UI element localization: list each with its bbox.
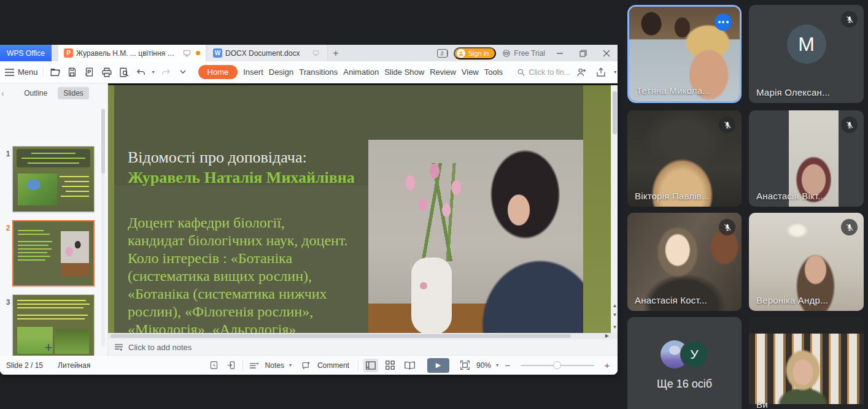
participant-tile[interactable]: Вероніка Андр... [749,213,864,311]
new-tab-button[interactable]: + [328,45,344,61]
divider [242,360,243,371]
handoff-icon[interactable] [225,359,238,372]
ribbon-tab-review[interactable]: Review [430,67,456,77]
play-slideshow-button[interactable]: ▶ [427,358,449,373]
open-file-icon[interactable] [49,66,61,78]
add-comment-label[interactable]: Comment [317,361,349,370]
add-slide-button[interactable]: + [38,341,59,354]
vertical-scrollbar[interactable]: ▲ ▼ ▼ [611,85,618,333]
participant-tile[interactable]: Анастасія Вікт... [749,110,864,207]
panel-tab-slides[interactable]: Slides [58,87,89,99]
notes-toggle-label[interactable]: Notes [265,361,284,370]
slide-body-text[interactable]: Доцент кафедри біології, кандидат біолог… [128,214,373,333]
horizontal-scrollbar[interactable]: ▶ [108,333,618,339]
overflow-avatars: У [661,340,708,369]
overflow-participants-tile[interactable]: У Ще 16 осіб [627,317,742,409]
vertical-scrollbar-thumb[interactable] [613,91,617,134]
share-with-people-icon[interactable] [576,66,588,78]
speaker-photo[interactable] [368,140,583,333]
thumbnail-line [18,241,52,242]
ribbon-tab-design[interactable]: Design [269,67,293,77]
zoom-slider[interactable] [521,365,594,366]
next-slide-button[interactable]: ▼ [611,312,618,318]
sign-in-button[interactable]: Sign in [454,47,497,59]
thumbnail-line [17,315,88,316]
participant-tile[interactable]: M Марія Олексан... [749,5,864,103]
scroll-right-arrow[interactable]: ▶ [605,333,609,338]
undo-icon[interactable] [135,66,147,78]
zoom-level[interactable]: 90% [476,361,491,370]
zoom-in-button[interactable]: + [603,360,611,370]
zoom-out-button[interactable]: − [503,360,512,370]
thumbnail-line [66,191,89,192]
panel-tabs: Outline Slides [0,87,107,99]
panel-scrollbar[interactable] [101,108,105,347]
fit-slide-icon[interactable] [459,359,471,372]
ribbon-tab-transitions[interactable]: Transitions [299,67,338,77]
qat-customize-caret-icon[interactable] [177,66,189,78]
notes-caret[interactable]: ▾ [289,362,292,368]
minimize-button[interactable] [551,45,568,61]
save-icon[interactable] [66,66,79,78]
notes-bar[interactable]: Click to add notes [108,339,618,356]
slide-thumbnail-1[interactable] [12,146,95,212]
restore-button[interactable] [575,45,592,61]
free-trial-badge[interactable]: Free Trial [502,49,545,58]
print-preview-icon[interactable] [118,66,130,78]
wps-brand-badge[interactable]: WPS Office [0,45,52,61]
menu-button[interactable]: Menu [5,67,44,77]
normal-view-button[interactable] [363,359,378,372]
thumbnail-line [60,176,89,177]
scroll-down-arrow[interactable]: ▼ [611,324,618,330]
add-comment-icon[interactable] [300,359,312,372]
notes-icon [114,343,123,351]
slide-thumbnail-2-selected[interactable] [12,220,95,286]
panel-scrollbar-thumb[interactable] [101,109,105,174]
more-options-button[interactable] [715,13,732,31]
participant-tile[interactable]: Анастасія Кост... [627,213,742,311]
thumbnail-line [18,234,50,235]
panel-tab-outline[interactable]: Outline [18,87,53,99]
ribbon-tab-tools[interactable]: Tools [484,67,503,77]
ribbon-tab-slideshow[interactable]: Slide Show [384,67,424,77]
tab-presentation[interactable]: P Журавель Н.М. ... цвітіння води [58,45,206,61]
redo-icon[interactable] [160,66,172,78]
print-icon[interactable] [101,66,113,78]
thumbnail-art [13,147,94,212]
theme-name[interactable]: Литейная [58,361,90,370]
task-timer-icon[interactable] [208,359,220,372]
participant-name: Марія Олексан... [756,87,830,97]
participant-tile-active-speaker[interactable]: Тетяна Микола... [627,5,742,103]
reading-view-button[interactable] [403,359,417,372]
ribbon-tab-view[interactable]: View [462,67,479,77]
user-avatar-icon [457,49,465,58]
thumbnail-photo [18,174,57,205]
tab-docx[interactable]: W DOCX Document.docx [207,45,328,61]
share-export-icon[interactable] [595,66,607,78]
zoom-slider-knob[interactable] [553,361,561,369]
ribbon-tab-animation[interactable]: Animation [343,67,379,77]
undo-dropdown-caret[interactable]: ▾ [152,69,155,75]
slide-title[interactable]: Відомості про доповідача: [128,147,307,168]
notes-toggle-icon[interactable] [248,359,260,372]
self-view-tile[interactable]: Ви [749,317,864,409]
zoom-caret[interactable]: ▾ [496,362,498,368]
search-input[interactable]: Click to fin... [517,68,570,77]
slide-sorter-view-button[interactable] [383,359,398,372]
slide-number-selected: 2 [4,224,12,232]
horizontal-scrollbar-thumb[interactable] [110,334,571,338]
crown-icon [502,49,511,58]
slide-number: 1 [4,150,12,158]
ribbon-tab-home[interactable]: Home [198,65,238,79]
previous-slide-button[interactable]: ▲ [611,303,618,308]
thumbnail-photo [61,231,89,277]
slide-canvas[interactable]: Відомості про доповідача: Журавель Натал… [108,83,618,333]
slide-subtitle[interactable]: Журавель Наталія Михайлівна [128,169,355,187]
share-dropdown-caret[interactable]: ▾ [614,69,616,75]
ribbon-tab-insert[interactable]: Insert [243,67,263,77]
window-count-icon[interactable]: 2 [437,49,448,58]
thumbnail-line [21,158,85,159]
participant-tile[interactable]: Вікторія Павлів... [627,110,742,207]
close-button[interactable] [598,45,615,61]
export-pdf-icon[interactable] [83,66,96,78]
